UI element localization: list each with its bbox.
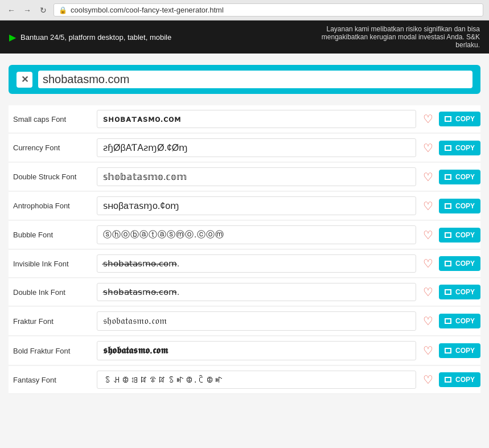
font-row: Antrophobia Fontꜱʜoβaᴛaꜱɱo.¢oɱ♡COPY: [9, 192, 480, 220]
copy-button[interactable]: COPY: [439, 314, 480, 328]
font-output[interactable]: ⓢⓗⓞⓑⓐⓣⓐⓢⓜⓞ.ⓒⓞⓜ: [97, 225, 416, 244]
copy-button[interactable]: COPY: [439, 141, 480, 155]
heart-button[interactable]: ♡: [420, 112, 437, 126]
font-output[interactable]: 𝔰𝔥𝔬𝔟𝔞𝔱𝔞𝔰𝔪𝔬.𝔠𝔬𝔪: [97, 311, 416, 331]
font-output[interactable]: s̶h̶o̶b̶a̶t̶a̶s̶m̶o̶.̶c̶o̶m̶.: [97, 254, 416, 273]
heart-button[interactable]: ♡: [420, 170, 437, 184]
font-output[interactable]: s̴h̴o̴b̴a̴t̴a̴s̴m̴o̴.̴c̴o̴m̴.: [97, 283, 416, 301]
url-text: coolsymbol.com/cool-fancy-text-generator…: [71, 6, 224, 14]
heart-button[interactable]: ♡: [420, 285, 437, 299]
copy-button[interactable]: COPY: [439, 199, 480, 213]
ad-right-text: Layanan kami melibatkan risiko signifika…: [309, 25, 480, 49]
font-label: Fraktur Font: [9, 317, 97, 326]
font-label: Currency Font: [9, 143, 97, 152]
font-label: Antrophobia Font: [9, 202, 97, 210]
search-box: ✕: [9, 65, 480, 94]
heart-button[interactable]: ♡: [420, 199, 437, 213]
heart-button[interactable]: ♡: [420, 141, 437, 155]
font-row: Invisible Ink Fonts̶h̶o̶b̶a̶t̶a̶s̶m̶o̶.̶…: [9, 250, 480, 278]
address-bar[interactable]: 🔒 coolsymbol.com/cool-fancy-text-generat…: [54, 3, 483, 17]
refresh-button[interactable]: ↻: [38, 5, 49, 16]
copy-button[interactable]: COPY: [439, 372, 480, 387]
font-output[interactable]: ƨɧØβΑƬΑƨɱØ.¢Øɱ: [97, 138, 416, 157]
browser-chrome: ← → ↻ 🔒 coolsymbol.com/cool-fancy-text-g…: [0, 0, 489, 20]
main-content: ✕ Small caps Fontꜱʜᴏʙᴀᴛᴀꜱᴍᴏ.ᴄᴏᴍ♡COPYCurr…: [0, 54, 489, 406]
heart-button[interactable]: ♡: [420, 344, 437, 357]
heart-button[interactable]: ♡: [420, 314, 437, 328]
font-output[interactable]: 𝕤𝕙𝕠𝕓𝕒𝕥𝕒𝕤𝕞𝕠.𝕔𝕠𝕞: [97, 167, 416, 186]
font-row: Double Ink Fonts̴h̴o̴b̴a̴t̴a̴s̴m̴o̴.̴c̴o…: [9, 278, 480, 306]
font-label: Bubble Font: [9, 231, 97, 239]
heart-button[interactable]: ♡: [420, 257, 437, 270]
font-output[interactable]: 𝖘𝖍𝖔𝖇𝖆𝖙𝖆𝖘𝖒𝖔.𝖈𝖔𝖒: [97, 341, 416, 360]
copy-button[interactable]: COPY: [439, 256, 480, 271]
back-button[interactable]: ←: [6, 5, 17, 16]
copy-button[interactable]: COPY: [439, 228, 480, 243]
font-row: Fantasy Fontꌗꃅꂦꌃꍏꋖꍏꌗꎭꂦ.ꉓꂦꎭ♡COPY: [9, 366, 480, 394]
ad-left: ▶ Bantuan 24/5, platform desktop, tablet…: [9, 32, 171, 43]
search-input[interactable]: [38, 71, 472, 88]
font-label: Double Struck Font: [9, 172, 97, 181]
font-label: Fantasy Font: [9, 376, 97, 384]
copy-button[interactable]: COPY: [439, 343, 480, 358]
forward-button[interactable]: →: [22, 5, 33, 16]
font-label: Double Ink Font: [9, 288, 97, 297]
clear-button[interactable]: ✕: [17, 72, 32, 88]
copy-button[interactable]: COPY: [439, 285, 480, 299]
font-output[interactable]: ꜱʜoβaᴛaꜱɱo.¢oɱ: [97, 196, 416, 215]
font-label: Small caps Font: [9, 115, 97, 124]
heart-button[interactable]: ♡: [420, 373, 437, 387]
font-row: Fraktur Font𝔰𝔥𝔬𝔟𝔞𝔱𝔞𝔰𝔪𝔬.𝔠𝔬𝔪♡COPY: [9, 307, 480, 336]
font-row: Bold Fraktur Font𝖘𝖍𝖔𝖇𝖆𝖙𝖆𝖘𝖒𝖔.𝖈𝖔𝖒♡COPY: [9, 336, 480, 365]
font-row: Double Struck Font𝕤𝕙𝕠𝕓𝕒𝕥𝕒𝕤𝕞𝕠.𝕔𝕠𝕞♡COPY: [9, 163, 480, 191]
ad-banner: ▶ Bantuan 24/5, platform desktop, tablet…: [0, 20, 489, 54]
font-list: Small caps Fontꜱʜᴏʙᴀᴛᴀꜱᴍᴏ.ᴄᴏᴍ♡COPYCurren…: [9, 105, 480, 394]
lock-icon: 🔒: [59, 6, 67, 14]
ad-left-text: Bantuan 24/5, platform desktop, tablet, …: [20, 33, 171, 42]
font-row: Small caps Fontꜱʜᴏʙᴀᴛᴀꜱᴍᴏ.ᴄᴏᴍ♡COPY: [9, 105, 480, 133]
copy-button[interactable]: COPY: [439, 112, 480, 126]
font-label: Invisible Ink Font: [9, 260, 97, 268]
ad-arrow-icon: ▶: [9, 32, 16, 43]
heart-button[interactable]: ♡: [420, 228, 437, 242]
copy-button[interactable]: COPY: [439, 170, 480, 184]
font-row: Bubble Fontⓢⓗⓞⓑⓐⓣⓐⓢⓜⓞ.ⓒⓞⓜ♡COPY: [9, 221, 480, 249]
font-row: Currency FontƨɧØβΑƬΑƨɱØ.¢Øɱ♡COPY: [9, 134, 480, 162]
font-label: Bold Fraktur Font: [9, 347, 97, 355]
font-output[interactable]: ꌗꃅꂦꌃꍏꋖꍏꌗꎭꂦ.ꉓꂦꎭ: [97, 371, 416, 389]
font-output[interactable]: ꜱʜᴏʙᴀᴛᴀꜱᴍᴏ.ᴄᴏᴍ: [97, 110, 416, 128]
